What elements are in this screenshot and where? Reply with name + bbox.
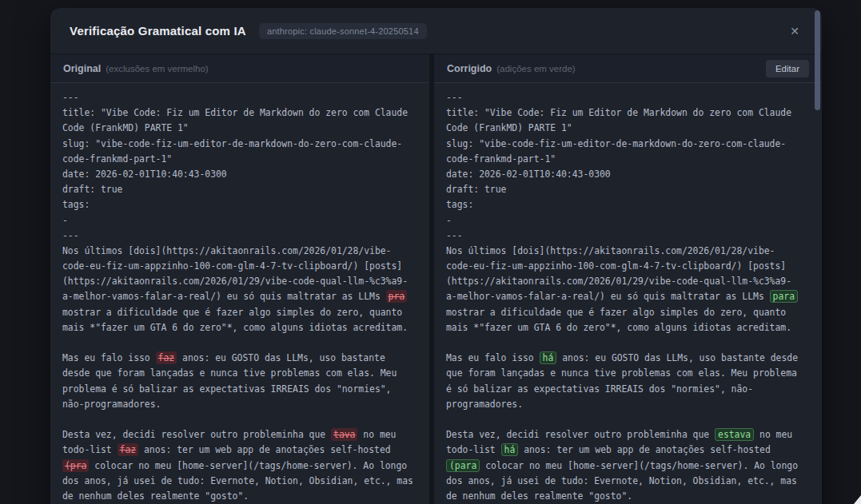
text-segment: ---	[62, 230, 79, 241]
code-line: Nos últimos [dois](https://akitaonrails.…	[446, 244, 810, 259]
text-segment: code-frankmd-part-1"	[446, 153, 556, 165]
code-line: ---	[446, 90, 810, 105]
edit-button[interactable]: Editar	[766, 60, 809, 77]
modal-header: Verificação Gramatical com IA anthropic:…	[50, 8, 822, 54]
code-line: (para colocar no meu [home-server](/tags…	[446, 458, 810, 474]
code-line: desde que foram lançadas e nunca tive pr…	[62, 366, 417, 381]
code-line: code-eu-fiz-um-appzinho-100-com-glm-4-7-…	[446, 259, 810, 274]
original-note: (exclusões em vermelho)	[106, 64, 208, 73]
deleted-text: faz	[156, 351, 177, 364]
text-segment: mostrar a dificuldade que é fazer algo s…	[62, 307, 402, 318]
code-line: date: 2026-02-01T10:40:43-0300	[62, 167, 417, 182]
code-line: code-frankmd-part-1"	[62, 152, 417, 167]
text-segment: Mas eu falo isso	[446, 352, 540, 363]
text-segment: a-melhor-vamos-falar-a-real/) eu só quis…	[62, 291, 386, 302]
code-line: Code (FrankMD) PARTE 1"	[62, 121, 417, 136]
code-line: é só balizar as expectativas IRREAIS dos…	[446, 382, 810, 397]
corrected-content: ---title: "Vibe Code: Fiz um Editor de M…	[434, 83, 822, 504]
code-line: não-programadores.	[62, 397, 417, 412]
original-panel: Original (exclusões em vermelho) ---titl…	[50, 54, 429, 504]
text-segment: que foram lançadas e nunca tive problema…	[446, 367, 797, 379]
text-segment: mais *"fazer um GTA 6 do zero"*, como al…	[62, 322, 408, 333]
added-text: (para	[446, 459, 480, 472]
text-segment: draft: true	[446, 184, 506, 195]
code-line: a-melhor-vamos-falar-a-real/) eu só quis…	[446, 289, 810, 304]
text-segment: Nos últimos [dois](https://akitaonrails.…	[446, 245, 775, 256]
text-segment: -	[446, 215, 452, 226]
deleted-text: pra	[386, 290, 408, 303]
text-segment: tags:	[62, 199, 90, 210]
code-line: slug: "vibe-code-fiz-um-editor-de-markdo…	[62, 137, 417, 152]
text-segment: (https://akitaonrails.com/2026/01/29/vib…	[62, 276, 408, 287]
code-line: que foram lançadas e nunca tive problema…	[446, 366, 810, 381]
text-segment: Code (FrankMD) PARTE 1"	[62, 122, 189, 133]
text-segment: colocar no meu [home-server](/tags/home-…	[89, 460, 407, 471]
grammar-check-modal: Verificação Gramatical com IA anthropic:…	[50, 8, 822, 504]
diff-panes: Original (exclusões em vermelho) ---titl…	[50, 54, 822, 504]
original-heading: Original	[63, 63, 101, 74]
text-segment: Code (FrankMD) PARTE 1"	[446, 122, 572, 133]
code-line: Nos últimos [dois](https://akitaonrails.…	[62, 244, 417, 259]
code-line: -	[62, 213, 417, 228]
code-line: de nenhum deles realmente "gosto".	[446, 489, 810, 504]
text-segment: dos anos, já usei de tudo: Evernote, Not…	[446, 475, 797, 486]
code-line: (https://akitaonrails.com/2026/01/29/vib…	[446, 274, 810, 289]
code-line: Mas eu falo isso faz anos: eu GOSTO das …	[62, 351, 417, 366]
code-line: todo-list há anos: ter um web app de ano…	[446, 442, 810, 458]
text-segment: ---	[446, 230, 463, 241]
modal-scrollbar-thumb[interactable]	[815, 10, 820, 110]
code-line: ---	[446, 228, 810, 244]
deleted-text: tava	[331, 428, 357, 441]
text-segment: Nos últimos [dois](https://akitaonrails.…	[62, 245, 391, 256]
code-line: Desta vez, decidi resolver outro problem…	[446, 427, 810, 442]
code-line: -	[446, 213, 810, 228]
text-segment: ---	[446, 92, 463, 103]
text-segment: anos: eu GOSTO das LLMs, uso bastante de…	[556, 352, 798, 363]
code-line: (https://akitaonrails.com/2026/01/29/vib…	[62, 274, 417, 289]
code-line: dos anos, já usei de tudo: Evernote, Not…	[446, 474, 810, 489]
code-line: code-frankmd-part-1"	[446, 152, 810, 167]
code-line: Desta vez, decidi resolver outro problem…	[62, 427, 417, 442]
text-segment: anos: ter um web app de anotações self-h…	[518, 444, 770, 455]
text-segment: ---	[62, 92, 79, 103]
code-line: ---	[62, 228, 417, 244]
text-segment: Desta vez, decidi resolver outro problem…	[62, 429, 331, 440]
text-segment: não-programadores.	[62, 399, 161, 410]
text-segment: programadores.	[446, 399, 523, 410]
text-segment: code-eu-fiz-um-appzinho-100-com-glm-4-7-…	[62, 260, 402, 272]
text-segment: anos: eu GOSTO das LLMs, uso bastante	[177, 352, 385, 363]
text-segment: title: "Vibe Code: Fiz um Editor de Mark…	[446, 107, 791, 118]
code-line: Mas eu falo isso há anos: eu GOSTO das L…	[446, 351, 810, 366]
text-segment: draft: true	[62, 184, 122, 195]
code-line: todo-list faz anos: ter um web app de an…	[62, 442, 417, 458]
text-segment: Desta vez, decidi resolver outro problem…	[446, 429, 715, 440]
mouse-cursor	[854, 495, 861, 504]
code-line: mostrar a dificuldade que é fazer algo s…	[446, 305, 810, 320]
text-segment: de nenhum deles realmente "gosto".	[62, 490, 249, 502]
code-line: programadores.	[446, 397, 810, 412]
text-segment: anos: ter um web app de anotações self-h…	[138, 444, 390, 455]
text-segment: de nenhum deles realmente "gosto".	[446, 490, 632, 502]
code-line	[62, 335, 417, 351]
added-text: estava	[715, 428, 754, 441]
code-line: Code (FrankMD) PARTE 1"	[446, 121, 810, 136]
corrected-panel-header: Corrigido (adições em verde) Editar	[434, 54, 822, 83]
code-line: (pra colocar no meu [home-server](/tags/…	[62, 458, 417, 474]
text-segment: slug: "vibe-code-fiz-um-editor-de-markdo…	[446, 138, 786, 149]
text-segment: Mas eu falo isso	[62, 352, 156, 363]
text-segment: problema é só balizar as expectativas IR…	[62, 383, 391, 395]
modal-title: Verificação Gramatical com IA	[70, 24, 246, 38]
code-line: date: 2026-02-01T10:40:43-0300	[446, 167, 810, 182]
code-line: de nenhum deles realmente "gosto".	[62, 489, 417, 504]
text-segment: colocar no meu [home-server](/tags/home-…	[480, 460, 798, 471]
text-segment: title: "Vibe Code: Fiz um Editor de Mark…	[62, 107, 408, 118]
code-line: mais *"fazer um GTA 6 do zero"*, como al…	[62, 320, 417, 335]
model-badge: anthropic: claude-sonnet-4-20250514	[259, 23, 427, 39]
text-segment: todo-list	[446, 444, 501, 455]
text-segment: -	[62, 215, 68, 226]
code-line: code-eu-fiz-um-appzinho-100-com-glm-4-7-…	[62, 259, 417, 274]
text-segment: a-melhor-vamos-falar-a-real/) eu só quis…	[446, 291, 770, 302]
text-segment: date: 2026-02-01T10:40:43-0300	[62, 169, 227, 180]
close-icon[interactable]: ✕	[787, 22, 803, 40]
code-line: mais *"fazer um GTA 6 do zero"*, como al…	[446, 320, 810, 335]
